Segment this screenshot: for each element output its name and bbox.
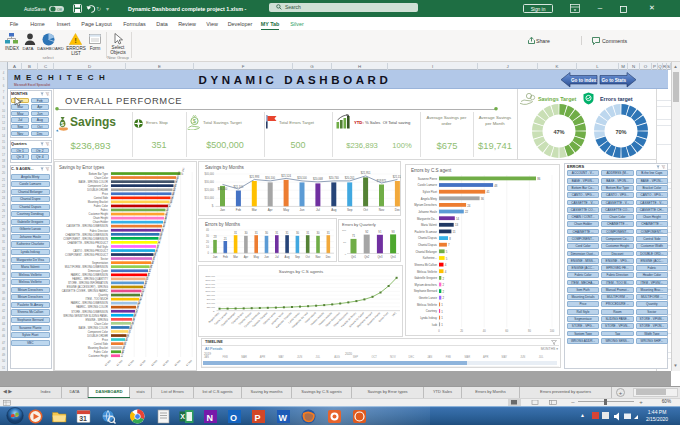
svg-text:Mounting Bracket: Mounting Bracket bbox=[88, 200, 108, 204]
svg-text:Bottom Bar Type: Bottom Bar Type bbox=[89, 171, 109, 175]
svg-text:$36,100: $36,100 bbox=[217, 187, 227, 191]
svg-text:5: 5 bbox=[446, 249, 448, 253]
svg-text:FABRIC - WRONG DIMENSION: FABRIC - WRONG DIMENSION bbox=[71, 273, 108, 277]
svg-text:Courtney: Courtney bbox=[426, 309, 438, 313]
svg-text:91: 91 bbox=[378, 230, 382, 234]
svg-text:0: 0 bbox=[345, 252, 347, 255]
svg-text:FABRIC - WRONG DIMENSION: FABRIC - WRONG DIMENSION bbox=[71, 301, 108, 305]
svg-text:Fabric Direction: Fabric Direction bbox=[90, 228, 109, 232]
svg-text:24: 24 bbox=[467, 203, 471, 207]
svg-text:Sylvie Fluet: Sylvie Fluet bbox=[423, 190, 438, 194]
svg-text:Sep: Sep bbox=[347, 207, 353, 211]
svg-text:Control Side: Control Side bbox=[94, 341, 109, 345]
svg-text:36: 36 bbox=[481, 196, 485, 200]
svg-text:MULTIFORM - WRONG DIMENSION: MULTIFORM - WRONG DIMENSION bbox=[65, 264, 108, 268]
svg-text:22: 22 bbox=[465, 210, 469, 214]
svg-text:Errors by C.S agent: Errors by C.S agent bbox=[411, 168, 452, 173]
svg-text:$2,000: $2,000 bbox=[128, 359, 136, 367]
svg-text:Carole Lamarre: Carole Lamarre bbox=[418, 183, 438, 187]
svg-text:Fabric Color: Fabric Color bbox=[94, 350, 108, 354]
svg-text:20: 20 bbox=[460, 328, 463, 332]
svg-text:31: 31 bbox=[254, 230, 257, 234]
svg-text:Melissa Veillette: Melissa Veillette bbox=[417, 269, 437, 273]
svg-text:Mounting Bracket: Mounting Bracket bbox=[88, 345, 108, 349]
svg-text:Ginette Lanoie: Ginette Lanoie bbox=[419, 296, 438, 300]
svg-text:$4,000: $4,000 bbox=[151, 359, 159, 367]
svg-text:30: 30 bbox=[206, 233, 209, 237]
svg-text:X: X bbox=[180, 413, 185, 420]
svg-text:$100,000: $100,000 bbox=[205, 290, 215, 293]
svg-text:Fabric: Fabric bbox=[101, 208, 109, 212]
svg-text:Roll Style: Roll Style bbox=[97, 244, 109, 248]
svg-text:86: 86 bbox=[537, 177, 541, 181]
svg-text:2: 2 bbox=[443, 283, 445, 287]
svg-text:Sep: Sep bbox=[294, 254, 299, 258]
svg-text:Price: Price bbox=[102, 192, 108, 196]
svg-text:14: 14 bbox=[456, 216, 460, 220]
svg-text:Component Color: Component Color bbox=[88, 183, 108, 187]
svg-text:Sector: Sector bbox=[101, 256, 109, 260]
svg-text:Feb: Feb bbox=[235, 207, 241, 211]
svg-text:Melissa Veillette: Melissa Veillette bbox=[417, 302, 437, 306]
svg-text:Customer Height: Customer Height bbox=[89, 212, 109, 216]
svg-text:$21,993: $21,993 bbox=[249, 175, 259, 179]
svg-text:30: 30 bbox=[316, 231, 319, 235]
svg-text:1: 1 bbox=[441, 322, 443, 326]
svg-text:Chain Height: Chain Height bbox=[93, 216, 108, 220]
svg-text:Lynda Irokray: Lynda Irokray bbox=[420, 315, 437, 319]
svg-text:FABRIC - WRONG COLOR: FABRIC - WRONG COLOR bbox=[76, 305, 108, 309]
svg-text:$1,000: $1,000 bbox=[116, 359, 124, 367]
svg-text:Go to Stats: Go to Stats bbox=[602, 78, 627, 83]
svg-text:Nov: Nov bbox=[378, 207, 384, 211]
svg-text:2: 2 bbox=[443, 296, 445, 300]
svg-text:Chantal Belanger: Chantal Belanger bbox=[415, 249, 437, 253]
svg-text:Qtr3: Qtr3 bbox=[377, 254, 383, 258]
svg-text:Dec: Dec bbox=[394, 207, 400, 211]
svg-text:Jan: Jan bbox=[212, 254, 217, 258]
svg-text:100: 100 bbox=[342, 229, 347, 232]
svg-text:Jun: Jun bbox=[299, 207, 304, 211]
svg-text:Off: Off bbox=[57, 8, 62, 12]
svg-text:7: 7 bbox=[448, 243, 450, 247]
svg-text:Qtr4: Qtr4 bbox=[391, 254, 397, 258]
svg-text:Marguerite Da...: Marguerite Da... bbox=[417, 216, 437, 220]
svg-text:Chantal Dupuis: Chantal Dupuis bbox=[418, 243, 438, 247]
svg-text:P: P bbox=[255, 412, 261, 422]
svg-text:Mar: Mar bbox=[233, 254, 238, 258]
svg-text:May: May bbox=[253, 254, 259, 258]
svg-text:$: $ bbox=[193, 118, 197, 124]
svg-text:Angela Minty: Angela Minty bbox=[421, 196, 438, 200]
svg-text:21: 21 bbox=[223, 236, 226, 240]
svg-text:11: 11 bbox=[453, 230, 456, 234]
svg-text:4: 4 bbox=[445, 263, 447, 267]
svg-text:STORE - WRONG INFORMATION: STORE - WRONG INFORMATION bbox=[68, 281, 108, 285]
svg-text:CHAINETTE - WRONG DIMENSION: CHAINETTE - WRONG DIMENSION bbox=[65, 232, 108, 236]
svg-text:Fabric Color: Fabric Color bbox=[94, 204, 108, 208]
svg-text:Errors by Months: Errors by Months bbox=[205, 221, 241, 226]
svg-text:92: 92 bbox=[365, 230, 369, 234]
svg-text:Quantity: Quantity bbox=[98, 293, 108, 297]
svg-text:!: ! bbox=[74, 36, 77, 45]
svg-text:Jun: Jun bbox=[264, 254, 269, 258]
svg-text:1: 1 bbox=[441, 316, 443, 320]
svg-text:$30,000: $30,000 bbox=[204, 180, 214, 184]
svg-text:WRONG SENSITIVE SLIDING PANEL: WRONG SENSITIVE SLIDING PANEL bbox=[63, 313, 108, 317]
svg-text:Suzanne Pierre: Suzanne Pierre bbox=[418, 176, 438, 180]
svg-text:$6,000: $6,000 bbox=[174, 359, 182, 367]
svg-text:80: 80 bbox=[528, 328, 531, 332]
svg-text:$160,000: $160,000 bbox=[205, 279, 215, 282]
svg-text:$40,000: $40,000 bbox=[204, 172, 214, 176]
svg-text:Nov: Nov bbox=[315, 254, 321, 258]
svg-text:Johanne Houle: Johanne Houle bbox=[418, 209, 437, 213]
svg-text:20: 20 bbox=[206, 239, 209, 243]
svg-text:CASSETTE - WRONG DIMENSION: CASSETTE - WRONG DIMENSION bbox=[66, 224, 108, 228]
svg-text:Myriam Derochers: Myriam Derochers bbox=[414, 203, 437, 207]
svg-text:Savings by Error types: Savings by Error types bbox=[59, 164, 105, 169]
svg-text:Go to index: Go to index bbox=[571, 78, 597, 83]
svg-text:$120,000: $120,000 bbox=[205, 286, 215, 289]
svg-text:1: 1 bbox=[441, 309, 443, 313]
svg-text:$180,000: $180,000 bbox=[205, 275, 215, 278]
svg-text:Apr: Apr bbox=[267, 207, 272, 211]
svg-text:$7,961: $7,961 bbox=[181, 166, 186, 175]
svg-text:BASE - WRONG COLOR: BASE - WRONG COLOR bbox=[79, 179, 109, 183]
